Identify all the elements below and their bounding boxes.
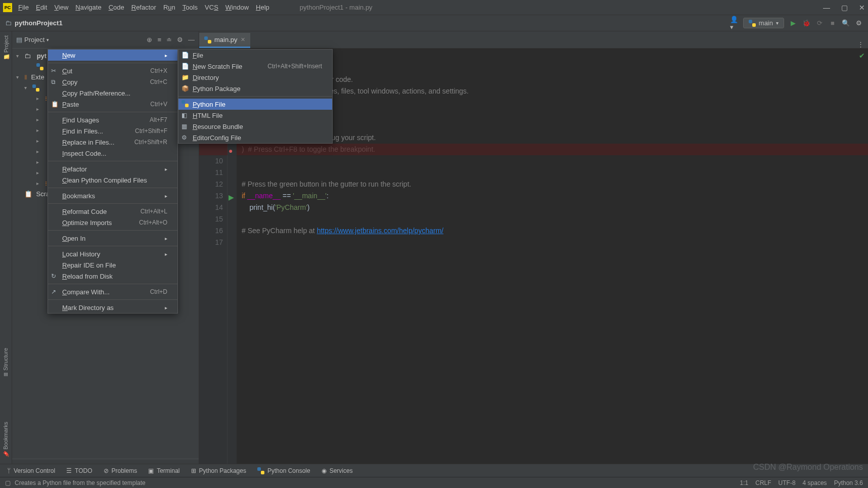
collapse-all-icon[interactable]: ≐ xyxy=(166,36,172,43)
menu-refactor[interactable]: Refactor xyxy=(131,4,156,11)
shortcut: Ctrl+D xyxy=(150,288,167,295)
tw-todo[interactable]: ☰TODO xyxy=(66,467,92,474)
close-tab-icon[interactable]: ✕ xyxy=(241,36,245,43)
shortcut: Ctrl+Alt+Shift+Insert xyxy=(267,63,322,70)
menu-item-mark-directory-as[interactable]: Mark Directory as▸ xyxy=(48,302,177,313)
run-line-icon[interactable]: ▶ xyxy=(229,192,234,203)
menu-item-inspect-code-[interactable]: Inspect Code... xyxy=(48,148,177,159)
menu-tools[interactable]: Tools xyxy=(182,4,198,11)
submenu-arrow-icon: ▸ xyxy=(165,193,167,199)
bookmarks-tool-tab[interactable]: 🔖 Bookmarks xyxy=(2,422,9,458)
breakpoint-icon[interactable]: ● xyxy=(229,145,233,157)
tabs-more-icon[interactable]: ⋮ xyxy=(853,40,868,48)
close-button[interactable]: ✕ xyxy=(859,4,865,12)
hide-icon[interactable]: — xyxy=(188,36,195,43)
menu-item-copy-path-reference-[interactable]: Copy Path/Reference... xyxy=(48,87,177,99)
new-submenu[interactable]: 📄File📄New Scratch FileCtrl+Alt+Shift+Ins… xyxy=(178,49,333,144)
menu-item-directory[interactable]: 📁Directory xyxy=(178,72,332,83)
menu-item-paste[interactable]: 📋PasteCtrl+V xyxy=(48,99,177,110)
tw-version-control[interactable]: ᛘVersion Control xyxy=(7,467,55,474)
menu-item-label: Reformat Code xyxy=(62,208,107,215)
terminal-icon: ▣ xyxy=(148,467,154,474)
menu-view[interactable]: View xyxy=(54,4,68,11)
python-icon xyxy=(257,467,264,474)
structure-tool-tab[interactable]: ≣ Structure xyxy=(2,348,9,377)
debug-button[interactable]: 🐞 xyxy=(802,19,810,27)
context-menu[interactable]: New▸✂CutCtrl+X⧉CopyCtrl+CCopy Path/Refer… xyxy=(48,49,178,314)
menu-item-open-in[interactable]: Open In▸ xyxy=(48,233,177,244)
menu-file[interactable]: File xyxy=(18,4,29,11)
menu-run[interactable]: Run xyxy=(163,4,175,11)
caret-position[interactable]: 1:1 xyxy=(740,479,749,486)
menu-item-file[interactable]: 📄File xyxy=(178,50,332,61)
menu-item-label: Find in Files... xyxy=(62,127,103,135)
project-view-selector[interactable]: ▤ Project ▾ xyxy=(16,36,49,43)
menu-code[interactable]: Code xyxy=(109,4,124,11)
tw-python-console[interactable]: Python Console xyxy=(257,467,310,474)
tw-services[interactable]: ◉Services xyxy=(322,467,353,474)
file-tab-main[interactable]: main.py ✕ xyxy=(199,33,250,48)
menu-item-cut[interactable]: ✂CutCtrl+X xyxy=(48,65,177,76)
menu-item-repair-ide-on-file[interactable]: Repair IDE on File xyxy=(48,259,177,271)
tw-problems[interactable]: ⊘Problems xyxy=(104,467,138,474)
menu-item-compare-with-[interactable]: ↗Compare With...Ctrl+D xyxy=(48,286,177,297)
menu-item-reformat-code[interactable]: Reformat CodeCtrl+Alt+L xyxy=(48,206,177,217)
expand-all-icon[interactable]: ≡ xyxy=(157,36,161,43)
menu-item-resource-bundle[interactable]: ▦Resource Bundle xyxy=(178,121,332,132)
interpreter[interactable]: Python 3.6 xyxy=(834,479,863,486)
breadcrumb-project[interactable]: pythonProject1 xyxy=(15,19,63,27)
item-icon: 📋 xyxy=(51,101,59,108)
coverage-button[interactable]: ⟳ xyxy=(815,19,824,27)
python-icon xyxy=(181,100,190,109)
menu-item-copy[interactable]: ⧉CopyCtrl+C xyxy=(48,76,177,87)
menu-item-find-usages[interactable]: Find UsagesAlt+F7 xyxy=(48,114,177,125)
indent[interactable]: 4 spaces xyxy=(803,479,827,486)
add-user-icon[interactable]: 👤▾ xyxy=(730,19,738,27)
run-config-selector[interactable]: main ▾ xyxy=(743,18,784,28)
menu-item-python-file[interactable]: Python File xyxy=(178,99,332,110)
menu-item-new[interactable]: New▸ xyxy=(48,50,177,61)
menu-item-python-package[interactable]: 📦Python Package xyxy=(178,83,332,94)
menu-item-editorconfig-file[interactable]: ⚙EditorConfig File xyxy=(178,132,332,143)
branch-icon: ᛘ xyxy=(7,467,11,474)
menu-item-replace-in-files-[interactable]: Replace in Files...Ctrl+Shift+R xyxy=(48,137,177,148)
menu-help[interactable]: Help xyxy=(256,4,269,11)
settings-gear-icon[interactable]: ⚙ xyxy=(177,36,183,43)
inspection-ok-icon[interactable]: ✔ xyxy=(859,52,865,60)
python-icon xyxy=(32,84,39,92)
menu-item-optimize-imports[interactable]: Optimize ImportsCtrl+Alt+O xyxy=(48,217,177,228)
sidebar-header: ▤ Project ▾ ⊕ ≡ ≐ ⚙ — xyxy=(12,31,199,49)
menu-item-find-in-files-[interactable]: Find in Files...Ctrl+Shift+F xyxy=(48,125,177,137)
tw-terminal[interactable]: ▣Terminal xyxy=(148,467,179,474)
menu-item-reload-from-disk[interactable]: ↻Reload from Disk xyxy=(48,271,177,282)
menu-item-bookmarks[interactable]: Bookmarks▸ xyxy=(48,190,177,201)
sidebar-scrollbar[interactable] xyxy=(12,459,199,464)
menu-navigate[interactable]: Navigate xyxy=(75,4,101,11)
minimize-button[interactable]: — xyxy=(823,4,830,12)
menu-item-clean-python-compiled-files[interactable]: Clean Python Compiled Files xyxy=(48,174,177,186)
menu-item-label: Paste xyxy=(62,101,79,108)
maximize-button[interactable]: ▢ xyxy=(841,4,848,12)
menu-item-refactor[interactable]: Refactor▸ xyxy=(48,163,177,174)
tw-label: Python Console xyxy=(267,467,310,474)
code-link[interactable]: https://www.jetbrains.com/help/pycharm/ xyxy=(317,227,444,235)
search-icon[interactable]: 🔍 xyxy=(842,19,850,27)
menu-vcs[interactable]: VCS xyxy=(205,4,218,11)
stop-button[interactable]: ■ xyxy=(829,19,837,27)
tw-python-packages[interactable]: ⊞Python Packages xyxy=(191,467,246,474)
status-icon[interactable]: ▢ xyxy=(5,479,11,486)
locate-icon[interactable]: ⊕ xyxy=(147,36,152,43)
menu-edit[interactable]: Edit xyxy=(36,4,47,11)
menu-item-local-history[interactable]: Local History▸ xyxy=(48,248,177,259)
line-sep[interactable]: CRLF xyxy=(755,479,771,486)
folder-icon: 🗀 xyxy=(24,52,31,60)
code-line: ) # Press Ctrl+F8 to toggle the breakpoi… xyxy=(242,145,375,153)
menu-item-new-scratch-file[interactable]: 📄New Scratch FileCtrl+Alt+Shift+Insert xyxy=(178,61,332,72)
settings-icon[interactable]: ⚙ xyxy=(855,19,863,27)
run-button[interactable]: ▶ xyxy=(789,19,797,27)
menu-item-html-file[interactable]: ◧HTML File xyxy=(178,110,332,121)
encoding[interactable]: UTF-8 xyxy=(779,479,796,486)
project-tool-tab[interactable]: 📁 Project xyxy=(3,35,9,61)
status-bar: ▢ Creates a Python file from the specifi… xyxy=(0,477,868,488)
menu-window[interactable]: Window xyxy=(225,4,249,11)
